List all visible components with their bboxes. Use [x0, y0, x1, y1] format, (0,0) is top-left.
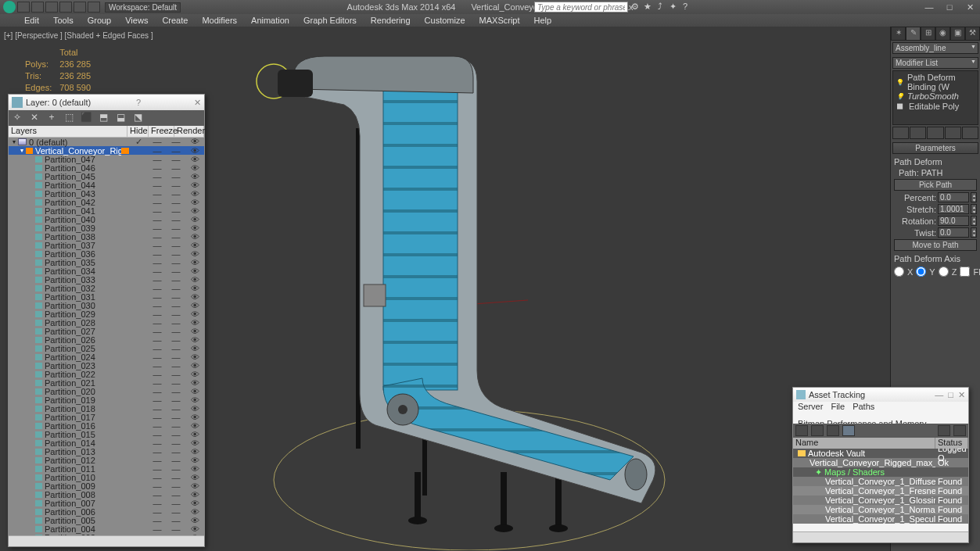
- layer-row[interactable]: Partition_026——👁: [9, 335, 204, 344]
- layer-row[interactable]: Partition_034——👁: [9, 267, 204, 275]
- redo-button[interactable]: [74, 2, 86, 13]
- freeze-layer-button[interactable]: ⬓: [114, 112, 127, 124]
- pick-path-button[interactable]: Pick Path: [894, 179, 977, 191]
- layer-row[interactable]: Partition_021——👁: [9, 378, 204, 387]
- maximize-button[interactable]: □: [939, 0, 960, 14]
- asset-sync-button[interactable]: [938, 425, 950, 436]
- help-icon[interactable]: ?: [680, 2, 691, 13]
- layer-tree[interactable]: ▾0 (default) ✓——👁 ▾Vertical_Conveyor_Rig…: [9, 138, 204, 535]
- axis-z-radio[interactable]: [939, 267, 949, 277]
- asset-row[interactable]: Vertical_Conveyor_1_Specular.pngFound: [793, 514, 968, 524]
- create-tab[interactable]: ✶: [891, 27, 906, 41]
- hide-layer-button[interactable]: ⬒: [97, 112, 109, 124]
- infocenter-icon[interactable]: ⚙: [630, 2, 641, 13]
- layer-row[interactable]: Partition_024——👁: [9, 352, 204, 361]
- layer-row[interactable]: Partition_017——👁: [9, 413, 204, 421]
- percent-input[interactable]: [938, 192, 969, 202]
- axis-x-radio[interactable]: [894, 267, 904, 277]
- asset-max-button[interactable]: □: [948, 390, 953, 400]
- signin-icon[interactable]: ⤴: [655, 2, 666, 13]
- move-to-path-button[interactable]: Move to Path: [894, 239, 977, 251]
- add-to-layer-button[interactable]: +: [45, 112, 58, 124]
- menu-modifiers[interactable]: Modifiers: [195, 16, 244, 25]
- layer-row[interactable]: Partition_022——👁: [9, 370, 204, 378]
- stretch-spinner[interactable]: ▴▾: [971, 204, 977, 214]
- layer-row[interactable]: Partition_020——👁: [9, 387, 204, 395]
- menu-help[interactable]: Help: [527, 16, 559, 25]
- workspace-selector[interactable]: Workspace: Default: [105, 2, 181, 13]
- motion-tab[interactable]: ◉: [935, 27, 950, 41]
- asset-tree-button[interactable]: [811, 425, 824, 436]
- modify-tab[interactable]: ✎: [906, 27, 921, 41]
- layer-row[interactable]: Partition_007——👁: [9, 499, 204, 507]
- undo-button[interactable]: [59, 2, 72, 13]
- show-end-button[interactable]: [910, 127, 926, 139]
- menu-graph-editors[interactable]: Graph Editors: [296, 16, 364, 25]
- layer-row[interactable]: Partition_019——👁: [9, 395, 204, 404]
- layer-row[interactable]: Partition_012——👁: [9, 456, 204, 464]
- layer-row[interactable]: Partition_015——👁: [9, 430, 204, 438]
- layer-row[interactable]: Partition_004——👁: [9, 524, 204, 533]
- flip-checkbox[interactable]: [960, 267, 970, 277]
- menu-customize[interactable]: Customize: [418, 16, 472, 25]
- asset-list-button[interactable]: [827, 425, 839, 436]
- layer-row[interactable]: Partition_029——👁: [9, 309, 204, 318]
- utilities-tab[interactable]: ⚒: [965, 27, 980, 41]
- layer-panel-titlebar[interactable]: Layer: 0 (default) ? ✕: [9, 95, 204, 110]
- layer-row-selected[interactable]: ▾Vertical_Conveyor_Rigged ——👁: [9, 146, 204, 155]
- asset-row-scene[interactable]: Vertical_Conveyor_Rigged_max_vray.maxOk: [793, 458, 968, 467]
- layer-props-button[interactable]: ⬔: [131, 112, 144, 124]
- search-input[interactable]: [534, 2, 628, 13]
- layer-row[interactable]: Partition_033——👁: [9, 275, 204, 284]
- remove-mod-button[interactable]: [945, 127, 961, 139]
- asset-menu-server[interactable]: Server: [798, 402, 823, 411]
- twist-input[interactable]: [938, 227, 969, 238]
- layer-row[interactable]: Partition_006——👁: [9, 507, 204, 516]
- layer-row[interactable]: Partition_011——👁: [9, 464, 204, 473]
- menu-group[interactable]: Group: [81, 16, 119, 25]
- asset-row[interactable]: Vertical_Conveyor_1_Glossiness.pngFound: [793, 496, 968, 505]
- rotation-spinner[interactable]: ▴▾: [971, 216, 977, 226]
- layer-row-root[interactable]: ▾0 (default) ✓——👁: [9, 138, 204, 146]
- menu-maxscript[interactable]: MAXScript: [472, 16, 527, 25]
- layer-panel-hscroll[interactable]: [9, 535, 204, 546]
- asset-panel-titlebar[interactable]: Asset Tracking —□✕: [793, 388, 968, 402]
- asset-tree[interactable]: Autodesk VaultLogged O Vertical_Conveyor…: [793, 449, 968, 531]
- asset-row[interactable]: Vertical_Conveyor_1_Fresnel.pngFound: [793, 486, 968, 496]
- layer-row[interactable]: Partition_043——👁: [9, 189, 204, 198]
- viewport-label[interactable]: [+] [Perspective ] [Shaded + Edged Faces…: [4, 31, 153, 40]
- layer-row[interactable]: Partition_027——👁: [9, 327, 204, 335]
- layer-row[interactable]: Partition_039——👁: [9, 224, 204, 232]
- layer-row[interactable]: Partition_044——👁: [9, 181, 204, 189]
- close-button[interactable]: ✕: [960, 0, 980, 14]
- save-button[interactable]: [45, 2, 58, 13]
- twist-spinner[interactable]: ▴▾: [971, 227, 977, 238]
- layer-row[interactable]: Partition_036——👁: [9, 249, 204, 258]
- exchange-icon[interactable]: ✦: [667, 2, 678, 13]
- layer-row[interactable]: Partition_047——👁: [9, 155, 204, 163]
- layer-row[interactable]: Partition_038——👁: [9, 232, 204, 241]
- hierarchy-tab[interactable]: ⊞: [921, 27, 935, 41]
- minimize-button[interactable]: —: [919, 0, 939, 14]
- model-view[interactable]: [219, 34, 688, 550]
- layer-row[interactable]: Partition_025——👁: [9, 344, 204, 352]
- asset-row-vault[interactable]: Autodesk VaultLogged O: [793, 449, 968, 458]
- layer-row[interactable]: Partition_028——👁: [9, 318, 204, 327]
- layer-row[interactable]: Partition_046——👁: [9, 163, 204, 172]
- layer-row[interactable]: Partition_045——👁: [9, 172, 204, 181]
- select-layer-button[interactable]: ⬚: [63, 112, 75, 124]
- layer-row[interactable]: Partition_032——👁: [9, 284, 204, 292]
- layer-row[interactable]: Partition_005——👁: [9, 516, 204, 524]
- modifier-list-dropdown[interactable]: Modifier List: [892, 57, 978, 69]
- modifier-stack[interactable]: 💡Path Deform Binding (W 💡TurboSmooth ◼Ed…: [892, 70, 978, 125]
- asset-refresh-button[interactable]: [795, 425, 808, 436]
- menu-edit[interactable]: Edit: [17, 16, 46, 25]
- asset-min-button[interactable]: —: [935, 390, 943, 400]
- asset-row-maps[interactable]: ✦Maps / Shaders: [793, 467, 968, 477]
- star-icon[interactable]: ★: [642, 2, 653, 13]
- configure-button[interactable]: [962, 127, 978, 139]
- layer-row[interactable]: Partition_014——👁: [9, 438, 204, 447]
- display-tab[interactable]: ▣: [950, 27, 965, 41]
- asset-table-button[interactable]: [842, 425, 855, 436]
- rotation-input[interactable]: [938, 216, 969, 226]
